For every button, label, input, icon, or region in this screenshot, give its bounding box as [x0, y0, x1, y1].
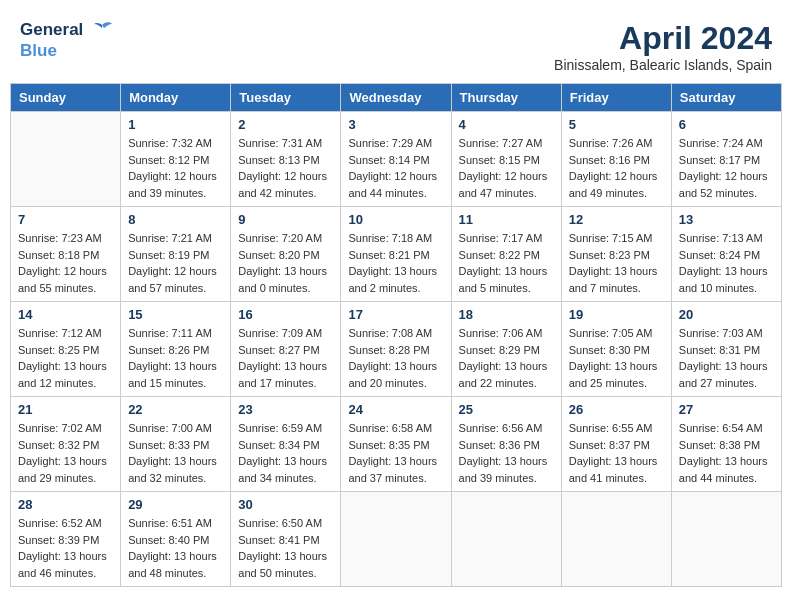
daylight-text: Daylight: 13 hours and 41 minutes.: [569, 453, 664, 486]
day-info: Sunrise: 7:02 AM Sunset: 8:32 PM Dayligh…: [18, 420, 113, 486]
sunset-text: Sunset: 8:17 PM: [679, 152, 774, 169]
daylight-text: Daylight: 13 hours and 12 minutes.: [18, 358, 113, 391]
sunrise-text: Sunrise: 7:20 AM: [238, 230, 333, 247]
daylight-text: Daylight: 13 hours and 7 minutes.: [569, 263, 664, 296]
day-number: 13: [679, 212, 774, 227]
day-info: Sunrise: 6:52 AM Sunset: 8:39 PM Dayligh…: [18, 515, 113, 581]
day-number: 19: [569, 307, 664, 322]
day-number: 29: [128, 497, 223, 512]
sunrise-text: Sunrise: 7:32 AM: [128, 135, 223, 152]
table-row: 24 Sunrise: 6:58 AM Sunset: 8:35 PM Dayl…: [341, 397, 451, 492]
sunrise-text: Sunrise: 7:23 AM: [18, 230, 113, 247]
sunrise-text: Sunrise: 6:58 AM: [348, 420, 443, 437]
daylight-text: Daylight: 12 hours and 39 minutes.: [128, 168, 223, 201]
day-info: Sunrise: 7:21 AM Sunset: 8:19 PM Dayligh…: [128, 230, 223, 296]
day-info: Sunrise: 7:08 AM Sunset: 8:28 PM Dayligh…: [348, 325, 443, 391]
table-row: 23 Sunrise: 6:59 AM Sunset: 8:34 PM Dayl…: [231, 397, 341, 492]
daylight-text: Daylight: 12 hours and 42 minutes.: [238, 168, 333, 201]
daylight-text: Daylight: 13 hours and 50 minutes.: [238, 548, 333, 581]
col-monday: Monday: [121, 84, 231, 112]
daylight-text: Daylight: 13 hours and 10 minutes.: [679, 263, 774, 296]
daylight-text: Daylight: 13 hours and 32 minutes.: [128, 453, 223, 486]
day-number: 14: [18, 307, 113, 322]
day-info: Sunrise: 7:20 AM Sunset: 8:20 PM Dayligh…: [238, 230, 333, 296]
sunrise-text: Sunrise: 7:26 AM: [569, 135, 664, 152]
title-section: April 2024 Binissalem, Balearic Islands,…: [554, 20, 772, 73]
day-number: 24: [348, 402, 443, 417]
sunrise-text: Sunrise: 6:52 AM: [18, 515, 113, 532]
table-row: 17 Sunrise: 7:08 AM Sunset: 8:28 PM Dayl…: [341, 302, 451, 397]
sunset-text: Sunset: 8:30 PM: [569, 342, 664, 359]
day-info: Sunrise: 7:15 AM Sunset: 8:23 PM Dayligh…: [569, 230, 664, 296]
sunset-text: Sunset: 8:33 PM: [128, 437, 223, 454]
daylight-text: Daylight: 13 hours and 34 minutes.: [238, 453, 333, 486]
daylight-text: Daylight: 12 hours and 57 minutes.: [128, 263, 223, 296]
table-row: 27 Sunrise: 6:54 AM Sunset: 8:38 PM Dayl…: [671, 397, 781, 492]
logo: General Blue: [20, 20, 114, 61]
daylight-text: Daylight: 13 hours and 46 minutes.: [18, 548, 113, 581]
daylight-text: Daylight: 13 hours and 48 minutes.: [128, 548, 223, 581]
day-number: 16: [238, 307, 333, 322]
day-info: Sunrise: 7:06 AM Sunset: 8:29 PM Dayligh…: [459, 325, 554, 391]
sunrise-text: Sunrise: 6:59 AM: [238, 420, 333, 437]
table-row: 5 Sunrise: 7:26 AM Sunset: 8:16 PM Dayli…: [561, 112, 671, 207]
day-info: Sunrise: 7:11 AM Sunset: 8:26 PM Dayligh…: [128, 325, 223, 391]
col-wednesday: Wednesday: [341, 84, 451, 112]
day-number: 9: [238, 212, 333, 227]
daylight-text: Daylight: 13 hours and 37 minutes.: [348, 453, 443, 486]
sunrise-text: Sunrise: 7:31 AM: [238, 135, 333, 152]
logo-text: General: [20, 20, 114, 41]
table-row: 26 Sunrise: 6:55 AM Sunset: 8:37 PM Dayl…: [561, 397, 671, 492]
day-info: Sunrise: 7:13 AM Sunset: 8:24 PM Dayligh…: [679, 230, 774, 296]
day-number: 1: [128, 117, 223, 132]
daylight-text: Daylight: 13 hours and 0 minutes.: [238, 263, 333, 296]
daylight-text: Daylight: 13 hours and 15 minutes.: [128, 358, 223, 391]
sunrise-text: Sunrise: 7:15 AM: [569, 230, 664, 247]
sunset-text: Sunset: 8:22 PM: [459, 247, 554, 264]
sunset-text: Sunset: 8:15 PM: [459, 152, 554, 169]
table-row: 7 Sunrise: 7:23 AM Sunset: 8:18 PM Dayli…: [11, 207, 121, 302]
calendar-week-row: 14 Sunrise: 7:12 AM Sunset: 8:25 PM Dayl…: [11, 302, 782, 397]
day-number: 28: [18, 497, 113, 512]
table-row: 29 Sunrise: 6:51 AM Sunset: 8:40 PM Dayl…: [121, 492, 231, 587]
col-friday: Friday: [561, 84, 671, 112]
logo-blue-text: Blue: [20, 41, 114, 61]
table-row: 21 Sunrise: 7:02 AM Sunset: 8:32 PM Dayl…: [11, 397, 121, 492]
table-row: 20 Sunrise: 7:03 AM Sunset: 8:31 PM Dayl…: [671, 302, 781, 397]
table-row: 22 Sunrise: 7:00 AM Sunset: 8:33 PM Dayl…: [121, 397, 231, 492]
daylight-text: Daylight: 13 hours and 17 minutes.: [238, 358, 333, 391]
daylight-text: Daylight: 12 hours and 52 minutes.: [679, 168, 774, 201]
table-row: 11 Sunrise: 7:17 AM Sunset: 8:22 PM Dayl…: [451, 207, 561, 302]
sunrise-text: Sunrise: 6:51 AM: [128, 515, 223, 532]
sunset-text: Sunset: 8:23 PM: [569, 247, 664, 264]
sunrise-text: Sunrise: 7:05 AM: [569, 325, 664, 342]
daylight-text: Daylight: 13 hours and 44 minutes.: [679, 453, 774, 486]
sunset-text: Sunset: 8:35 PM: [348, 437, 443, 454]
daylight-text: Daylight: 12 hours and 49 minutes.: [569, 168, 664, 201]
day-info: Sunrise: 7:00 AM Sunset: 8:33 PM Dayligh…: [128, 420, 223, 486]
sunset-text: Sunset: 8:24 PM: [679, 247, 774, 264]
day-info: Sunrise: 7:31 AM Sunset: 8:13 PM Dayligh…: [238, 135, 333, 201]
sunset-text: Sunset: 8:13 PM: [238, 152, 333, 169]
table-row: [451, 492, 561, 587]
day-number: 27: [679, 402, 774, 417]
day-number: 25: [459, 402, 554, 417]
sunset-text: Sunset: 8:37 PM: [569, 437, 664, 454]
daylight-text: Daylight: 13 hours and 39 minutes.: [459, 453, 554, 486]
sunrise-text: Sunrise: 7:13 AM: [679, 230, 774, 247]
calendar-table: Sunday Monday Tuesday Wednesday Thursday…: [10, 83, 782, 587]
sunrise-text: Sunrise: 7:29 AM: [348, 135, 443, 152]
day-number: 2: [238, 117, 333, 132]
day-info: Sunrise: 7:09 AM Sunset: 8:27 PM Dayligh…: [238, 325, 333, 391]
day-info: Sunrise: 6:54 AM Sunset: 8:38 PM Dayligh…: [679, 420, 774, 486]
table-row: [561, 492, 671, 587]
table-row: 15 Sunrise: 7:11 AM Sunset: 8:26 PM Dayl…: [121, 302, 231, 397]
table-row: 8 Sunrise: 7:21 AM Sunset: 8:19 PM Dayli…: [121, 207, 231, 302]
day-info: Sunrise: 7:05 AM Sunset: 8:30 PM Dayligh…: [569, 325, 664, 391]
day-number: 17: [348, 307, 443, 322]
sunset-text: Sunset: 8:36 PM: [459, 437, 554, 454]
day-number: 21: [18, 402, 113, 417]
table-row: [671, 492, 781, 587]
col-thursday: Thursday: [451, 84, 561, 112]
sunrise-text: Sunrise: 7:21 AM: [128, 230, 223, 247]
